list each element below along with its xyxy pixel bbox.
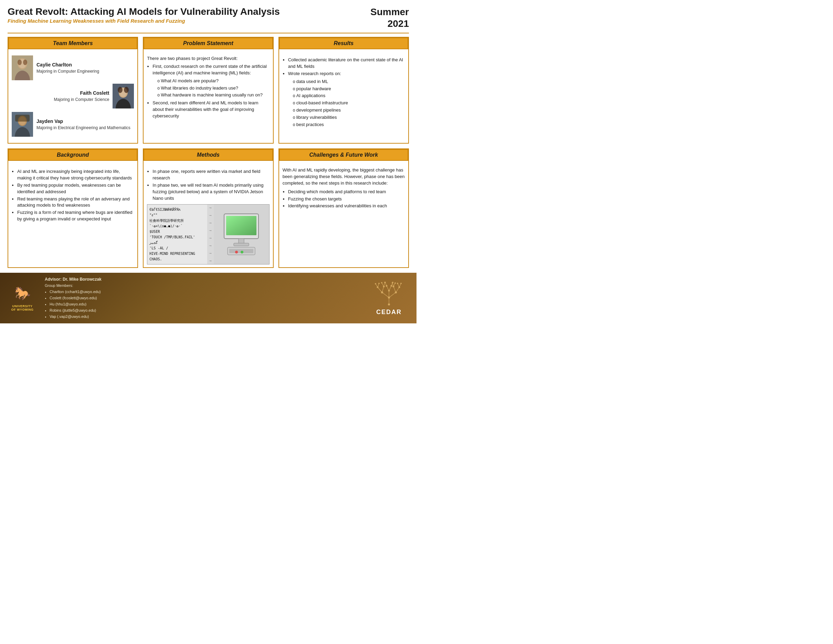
problem-sub-2: What libraries do industry leaders use? xyxy=(157,85,269,92)
header-left: Great Revolt: Attacking AI Models for Vu… xyxy=(8,6,370,24)
advisor-label: Advisor: Dr. Mike Borowczak xyxy=(45,277,101,282)
cedar-name: CEDAR xyxy=(376,309,402,316)
fuzz-line-4: `·✿×\(o●,●)/·✿·` xyxy=(150,224,205,229)
svg-point-52 xyxy=(388,290,390,292)
university-name: UNIVERSITYof WYOMING xyxy=(11,304,34,311)
fuzz-line-3: 社會科學院語學研究所 xyxy=(150,218,205,224)
results-sub-bullets: data used in ML popular hardware AI appl… xyxy=(288,79,405,128)
caylie-info: Caylie Charlton Majoring in Computer Eng… xyxy=(37,61,99,74)
results-header: Results xyxy=(279,37,408,49)
svg-point-56 xyxy=(399,287,400,288)
svg-point-67 xyxy=(392,282,393,283)
caylie-major: Majoring in Computer Engineering xyxy=(37,69,99,74)
fuzzing-arrows: → → → → → → → → xyxy=(207,204,214,264)
svg-point-64 xyxy=(400,283,402,284)
faith-major: Majoring in Computer Science xyxy=(54,97,109,103)
bg-2: By red teaming popular models, weaknesse… xyxy=(17,182,134,195)
challenge-3: Identifying weaknesses and vulnerabiliti… xyxy=(288,203,405,209)
svg-point-24 xyxy=(235,251,238,253)
footer-member-3: Hu (hhu1@uwyo.edu) xyxy=(50,301,362,307)
svg-line-29 xyxy=(382,292,389,298)
team-members-panel: Team Members Caylie Charlton Majoring in xyxy=(8,37,138,143)
top-row: Team Members Caylie Charlton Majoring in xyxy=(8,37,409,143)
svg-text:🐎: 🐎 xyxy=(14,285,31,301)
cedar-logo: CEDAR xyxy=(368,280,410,316)
problem-statement-header: Problem Statement xyxy=(143,37,273,49)
method-2: In phase two, we will red team AI models… xyxy=(153,182,269,202)
svg-point-61 xyxy=(381,282,383,283)
footer-member-2: Coslett (fcoslett@uwyo.edu) xyxy=(50,295,362,301)
team-members-header: Team Members xyxy=(8,37,137,49)
svg-point-11 xyxy=(124,87,129,93)
challenges-panel: Challenges & Future Work With AI and ML … xyxy=(278,148,409,268)
svg-point-68 xyxy=(394,282,396,284)
bottom-row: Background AI and ML are increasingly be… xyxy=(8,148,409,268)
team-members-body: Caylie Charlton Majoring in Computer Eng… xyxy=(8,53,137,143)
fuzz-line-6: 'TOUCH /TMP/BLNS.FAIL' xyxy=(150,235,205,240)
avatar-caylie xyxy=(12,55,33,80)
svg-point-53 xyxy=(377,287,379,288)
result-sub-3: AI applications xyxy=(293,93,405,99)
result-sub-4: cloud-based infrastructure xyxy=(293,100,405,106)
problem-intro: There are two phases to project Great Re… xyxy=(147,55,269,62)
problem-sub-3: What hardware is machine learning usuall… xyxy=(157,92,269,98)
svg-line-30 xyxy=(389,292,396,298)
method-1: In phase one, reports were written via m… xyxy=(153,168,269,182)
fuzz-line-2: "ง"" xyxy=(150,213,205,218)
footer-members: Charlton (ccharlt1@uwyo.edu) Coslett (fc… xyxy=(45,289,362,320)
computer-illustration xyxy=(214,204,269,264)
svg-point-58 xyxy=(391,285,392,287)
challenges-intro: With AI and ML rapidly developing, the b… xyxy=(283,167,405,187)
svg-point-50 xyxy=(381,291,383,293)
svg-point-48 xyxy=(388,303,390,306)
result-sub-6: library vulnerabilities xyxy=(293,114,405,121)
main-title: Great Revolt: Attacking AI Models for Vu… xyxy=(8,6,370,17)
avatar-faith xyxy=(113,84,134,108)
subtitle: Finding Machine Learning Weaknesses with… xyxy=(8,18,370,24)
member-caylie: Caylie Charlton Majoring in Computer Eng… xyxy=(12,55,134,80)
methods-body: In phase one, reports were written via m… xyxy=(143,164,273,267)
year: 2021 xyxy=(388,18,409,29)
problem-statement-panel: Problem Statement There are two phases t… xyxy=(143,37,273,143)
svg-point-49 xyxy=(388,296,390,299)
footer-member-5: Vap (.vap2@uwyo.edu) xyxy=(50,314,362,320)
challenges-bullets: Deciding which models and platforms to r… xyxy=(283,189,405,210)
fuzzing-image: ЄЬЃЄЅІЈЉЊЋКЙЎЯʌ "ง"" 社會科學院語學研究所 `·✿×\(o●… xyxy=(147,204,269,264)
svg-point-65 xyxy=(384,282,386,283)
jayden-info: Jayden Vap Majoring in Electrical Engine… xyxy=(37,118,130,131)
background-header: Background xyxy=(8,149,137,161)
fuzzing-text: ЄЬЃЄЅІЈЉЊЋКЙЎЯʌ "ง"" 社會科學院語學研究所 `·✿×\(o●… xyxy=(147,204,207,264)
fuzz-line-1: ЄЬЃЄЅІЈЉЊЋКЙЎЯʌ xyxy=(150,207,205,213)
results-bullets: Collected academic literature on the cur… xyxy=(283,57,405,128)
fuzz-line-9: HIVE-MIND REPRESENTING xyxy=(150,251,205,256)
svg-rect-20 xyxy=(238,239,244,243)
jayden-major: Majoring in Electrical Engineering and M… xyxy=(37,125,130,131)
page-header: Great Revolt: Attacking AI Models for Vu… xyxy=(8,6,409,29)
results-body: Collected academic literature on the cur… xyxy=(279,53,408,132)
svg-point-57 xyxy=(386,285,388,287)
faith-info: Faith Coslett Majoring in Computer Scien… xyxy=(54,90,109,103)
challenges-body: With AI and ML rapidly developing, the b… xyxy=(279,164,408,214)
challenges-header: Challenges & Future Work xyxy=(279,149,408,161)
svg-rect-21 xyxy=(234,243,249,246)
bg-3: Red teaming means playing the role of an… xyxy=(17,196,134,209)
svg-rect-19 xyxy=(226,216,256,235)
faith-name: Faith Coslett xyxy=(54,90,109,97)
svg-rect-16 xyxy=(15,115,30,122)
problem-statement-body: There are two phases to project Great Re… xyxy=(143,53,273,124)
footer: 🐎 UNIVERSITYof WYOMING Advisor: Dr. Mike… xyxy=(0,273,416,324)
avatar-jayden xyxy=(12,112,33,137)
footer-info: Advisor: Dr. Mike Borowczak Group Member… xyxy=(45,276,362,320)
semester: Summer xyxy=(370,6,409,17)
problem-bullet-1: First, conduct research on the current s… xyxy=(153,63,269,98)
svg-point-63 xyxy=(397,283,398,284)
fuzz-line-7: گجبز xyxy=(150,240,205,246)
fuzz-line-10: CHAOS. xyxy=(150,256,205,262)
result-sub-7: best practices xyxy=(293,122,405,128)
svg-point-60 xyxy=(378,283,380,284)
university-logo: 🐎 UNIVERSITYof WYOMING xyxy=(7,285,38,311)
member-jayden: Jayden Vap Majoring in Electrical Engine… xyxy=(12,112,134,137)
background-body: AI and ML are increasingly being integra… xyxy=(8,164,137,227)
svg-point-5 xyxy=(23,60,27,65)
bg-4: Fuzzing is a form of red teaming where b… xyxy=(17,209,134,222)
